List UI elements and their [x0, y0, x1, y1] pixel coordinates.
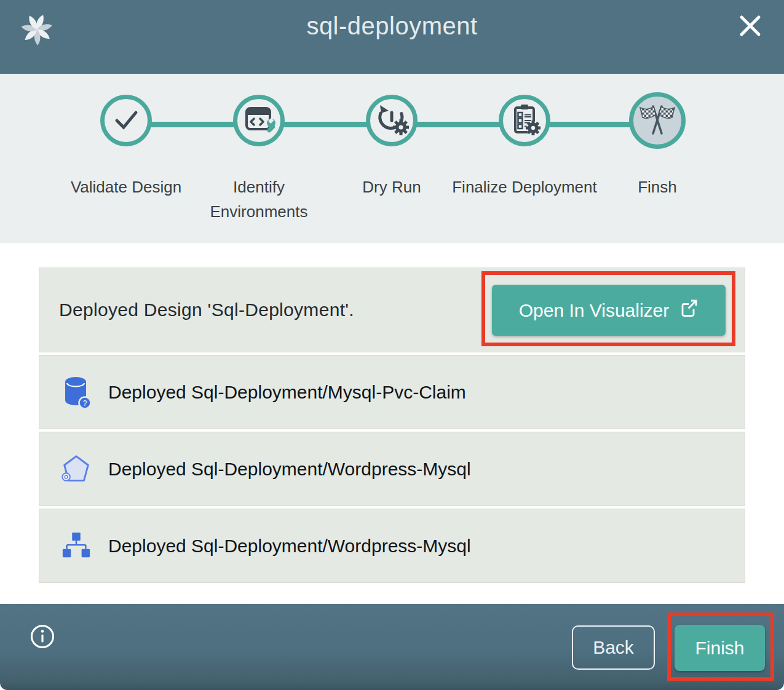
open-in-visualizer-label: Open In Visualizer [519, 300, 670, 321]
dry-run-icon [374, 102, 409, 139]
open-in-visualizer-button[interactable]: Open In Visualizer [492, 285, 726, 336]
modal-footer: Back Finish [0, 604, 784, 690]
code-environment-icon [242, 102, 276, 139]
step-label-dry-run: Dry Run [318, 175, 465, 199]
wizard-stepper: Validate Design Identify Environments [0, 74, 784, 243]
modal-header: sql-deployment [0, 0, 784, 74]
step-finish [629, 92, 686, 149]
check-icon [110, 103, 142, 138]
result-text: Deployed Sql-Deployment/Wordpress-Mysql [108, 459, 471, 480]
topology-icon [59, 528, 93, 565]
finalize-checklist-icon [507, 102, 542, 139]
info-button[interactable] [29, 623, 56, 650]
info-icon [29, 643, 56, 652]
result-row-wordpress-mysql-topology: Deployed Sql-Deployment/Wordpress-Mysql [39, 509, 745, 583]
external-link-icon [679, 298, 699, 322]
step-label-finalize-deployment: Finalize Deployment [451, 175, 598, 199]
database-icon: ? [59, 374, 93, 411]
step-identify-environments [233, 95, 285, 146]
result-row-mysql-pvc-claim: ? Deployed Sql-Deployment/Mysql-Pvc-Clai… [39, 355, 745, 429]
svg-text:?: ? [83, 399, 87, 407]
modal-title: sql-deployment [0, 12, 784, 40]
result-row-wordpress-mysql-pod: Deployed Sql-Deployment/Wordpress-Mysql [39, 432, 745, 506]
result-text: Deployed Sql-Deployment/Wordpress-Mysql [108, 536, 471, 557]
step-label-identify-environments: Identify Environments [185, 175, 333, 224]
result-text: Deployed Sql-Deployment/Mysql-Pvc-Claim [108, 382, 466, 403]
step-label-validate-design: Validate Design [52, 175, 200, 199]
finish-flags-icon [638, 100, 677, 141]
step-finalize-deployment [499, 95, 550, 146]
close-button[interactable] [735, 11, 766, 42]
step-validate-design [100, 95, 152, 146]
close-icon [736, 33, 764, 42]
deployment-summary-text: Deployed Design 'Sql-Deployment'. [59, 299, 354, 320]
deployment-wizard-modal: sql-deployment Validate Design [0, 0, 784, 690]
wrench-overlay [266, 118, 276, 133]
finish-button[interactable]: Finish [675, 625, 765, 671]
back-button[interactable]: Back [572, 625, 655, 670]
step-dry-run [366, 95, 418, 146]
pod-icon [59, 451, 93, 488]
step-label-finish: Finsh [584, 175, 731, 199]
